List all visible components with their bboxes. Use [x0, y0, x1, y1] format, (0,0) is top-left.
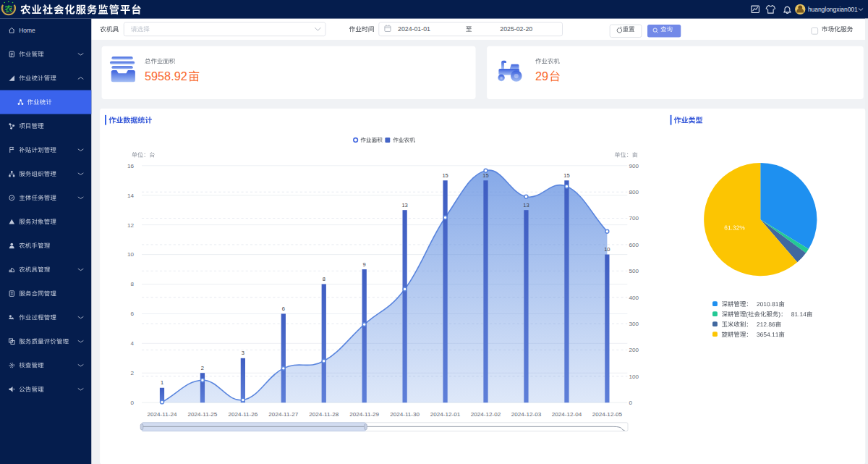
svg-text:0: 0 [130, 400, 134, 406]
svg-text:1: 1 [161, 379, 163, 386]
svg-text:13: 13 [401, 202, 407, 208]
svg-text:12: 12 [127, 222, 135, 229]
svg-text:800: 800 [629, 189, 639, 195]
svg-text:2024-12-01: 2024-12-01 [430, 411, 461, 418]
svg-text:2025-02-20: 2025-02-20 [500, 25, 532, 33]
svg-text:900: 900 [629, 163, 639, 169]
svg-text:13: 13 [523, 202, 529, 208]
svg-text:2024-11-27: 2024-11-27 [268, 411, 298, 418]
svg-text:2024-12-05: 2024-12-05 [592, 411, 623, 418]
svg-text:2024-11-29: 2024-11-29 [349, 411, 379, 418]
svg-text:15: 15 [563, 172, 569, 179]
svg-text:5958.92: 5958.92 [145, 69, 187, 83]
svg-text:2024-01-01: 2024-01-01 [398, 25, 430, 33]
svg-text:100: 100 [629, 374, 639, 380]
svg-text:14: 14 [127, 193, 135, 199]
svg-text:200: 200 [629, 347, 639, 353]
svg-text:700: 700 [629, 215, 639, 222]
svg-text:2024-11-24: 2024-11-24 [148, 411, 177, 418]
svg-text:6: 6 [130, 311, 134, 317]
svg-text:3: 3 [242, 350, 244, 356]
svg-text:400: 400 [629, 295, 639, 301]
svg-text:8: 8 [130, 281, 134, 287]
svg-text:Home: Home [19, 27, 35, 34]
svg-text:8: 8 [323, 276, 326, 282]
svg-text:29: 29 [535, 69, 548, 83]
svg-text:4: 4 [130, 340, 134, 347]
svg-text:10: 10 [127, 251, 135, 258]
svg-text:2024-12-03: 2024-12-03 [511, 411, 542, 418]
svg-text:300: 300 [629, 321, 639, 327]
svg-text:600: 600 [629, 242, 639, 248]
svg-text:2: 2 [130, 370, 134, 376]
svg-text:2024-11-28: 2024-11-28 [309, 411, 339, 418]
svg-text:10: 10 [604, 246, 610, 253]
svg-text:15: 15 [482, 172, 488, 179]
svg-text:2024-11-25: 2024-11-25 [187, 411, 217, 418]
svg-text:15: 15 [442, 172, 448, 179]
svg-text:huanglongxian001: huanglongxian001 [808, 6, 858, 13]
svg-text:2024-11-30: 2024-11-30 [390, 411, 420, 418]
svg-text:0: 0 [629, 400, 632, 406]
svg-text:2024-12-02: 2024-12-02 [471, 411, 501, 418]
svg-text:2: 2 [201, 365, 204, 371]
svg-text:16: 16 [127, 163, 135, 169]
svg-text:2024-12-04: 2024-12-04 [552, 411, 582, 418]
svg-text:6: 6 [282, 305, 285, 312]
svg-text:2024-11-26: 2024-11-26 [228, 411, 258, 418]
svg-text:9: 9 [363, 261, 366, 268]
svg-text:500: 500 [629, 268, 639, 274]
